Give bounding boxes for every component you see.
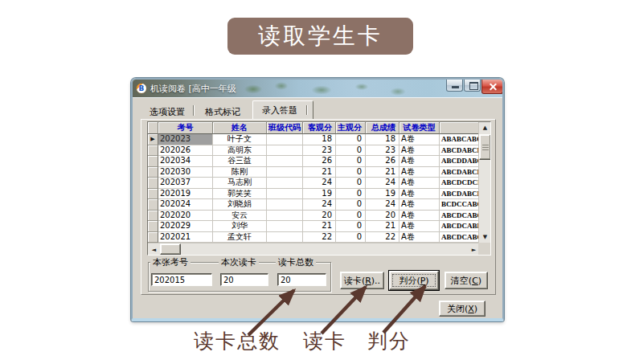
table-row[interactable]: 202029刘华21021A卷ABCDCABBC — [148, 221, 490, 232]
row-selector[interactable] — [148, 145, 158, 157]
table-cell: 24 — [366, 199, 399, 211]
close-icon[interactable] — [481, 80, 502, 94]
tab-divider — [193, 105, 194, 116]
horizontal-scroll-thumb[interactable] — [160, 243, 181, 255]
titlebar[interactable]: B 机读阅卷 [高中一年级 — [133, 80, 502, 97]
table-cell: 18 — [303, 134, 336, 145]
annotation-read-card: 读卡 — [303, 328, 346, 354]
row-selector[interactable] — [148, 156, 158, 167]
table-row[interactable]: 202026高明东23023A卷ABCDABCDA — [148, 145, 490, 157]
row-selector[interactable] — [148, 178, 158, 189]
table-cell: 叶子文 — [213, 134, 267, 145]
button-mnemonic: R — [365, 276, 371, 286]
minimize-button[interactable] — [446, 80, 463, 92]
button-text: ) — [474, 304, 477, 314]
scroll-left-icon[interactable]: ◄ — [148, 243, 160, 256]
cards-this-batch-input[interactable] — [220, 273, 268, 286]
row-selector[interactable] — [148, 232, 158, 243]
tab-enter-answers[interactable]: 录入答题 — [252, 100, 313, 120]
table-cell: 24 — [366, 178, 399, 189]
table-row[interactable]: 202019郭笑笑19019A卷ABCDABCDA — [148, 189, 490, 200]
table-row[interactable]: 202024刘晓娟24024A卷BCDCCABCI — [148, 199, 490, 211]
vertical-scroll-thumb[interactable] — [479, 134, 491, 160]
cards-total-input[interactable] — [277, 273, 326, 286]
table-cell: 安云 — [213, 211, 267, 222]
table-row[interactable]: 202037马志刚24024A卷ABCDCDCBI — [148, 178, 490, 189]
clear-button[interactable]: 清空(C) — [444, 272, 488, 289]
window-title: 机读阅卷 [高中一年级 — [150, 83, 236, 95]
column-header[interactable]: 主观分 — [336, 122, 366, 134]
table-row[interactable]: 202021孟文轩22022A卷ABCDCABCI — [148, 232, 490, 243]
table-cell: 26 — [303, 156, 336, 167]
table-cell: 202026 — [158, 145, 213, 157]
column-header[interactable]: 试卷类型 — [399, 122, 440, 134]
button-text: 关闭( — [447, 303, 468, 315]
table-cell: 23 — [303, 145, 336, 157]
table-row[interactable]: ▶202023叶子文18018A卷ABABCABCI — [148, 134, 490, 145]
table-cell: A卷 — [399, 221, 440, 232]
table-cell: 0 — [336, 232, 366, 243]
table-cell: 0 — [336, 211, 366, 222]
grid-rows: ▶202023叶子文18018A卷ABABCABCI202026高明东23023… — [148, 134, 490, 243]
tab-format-marks[interactable]: 格式标记 — [205, 106, 240, 118]
table-cell: A卷 — [399, 189, 440, 200]
scrollbar-corner — [478, 243, 490, 255]
vertical-scrollbar[interactable]: ▲ ▼ — [478, 122, 490, 243]
dialog-client-area: 选项设置 格式标记 录入答题 考号姓名班级代码客观分主观分总成绩试卷类型 ▶20… — [133, 97, 502, 318]
table-cell: 0 — [336, 145, 366, 157]
student-grid: 考号姓名班级代码客观分主观分总成绩试卷类型 ▶202023叶子文18018A卷A… — [147, 121, 491, 256]
scroll-up-icon[interactable]: ▲ — [479, 122, 491, 133]
table-cell: A卷 — [399, 199, 440, 211]
row-selector[interactable] — [148, 189, 158, 200]
table-cell: 刘晓娟 — [213, 199, 267, 211]
row-selector[interactable]: ▶ — [148, 134, 158, 145]
maximize-button[interactable] — [464, 80, 481, 92]
table-cell: A卷 — [399, 156, 440, 167]
table-row[interactable]: 202034谷三益26026A卷ABCDDABCI — [148, 156, 490, 167]
row-selector[interactable] — [148, 167, 158, 178]
table-cell: 谷三益 — [213, 156, 267, 167]
cards-this-batch-label: 本次读卡 — [219, 256, 259, 268]
tab-option-settings[interactable]: 选项设置 — [150, 106, 185, 118]
table-row[interactable]: 202020安云20020A卷ABCDCABCI — [148, 211, 490, 222]
table-cell: 0 — [336, 189, 366, 200]
table-cell — [267, 232, 303, 243]
row-selector[interactable] — [148, 199, 158, 211]
table-cell: A卷 — [399, 211, 440, 222]
table-cell: 20 — [303, 211, 336, 222]
current-card-no-label: 本张考号 — [150, 256, 190, 268]
table-cell: 21 — [303, 221, 336, 232]
column-header[interactable]: 姓名 — [213, 122, 267, 134]
button-text: ) — [478, 276, 481, 286]
banner-title: 读取学生卡 — [227, 18, 413, 55]
row-selector[interactable] — [148, 211, 158, 222]
table-cell — [267, 199, 303, 211]
table-row[interactable]: 202030陈刚21021A卷ABCDABCDI — [148, 167, 490, 178]
table-cell: 刘华 — [213, 221, 267, 232]
grid-header: 考号姓名班级代码客观分主观分总成绩试卷类型 — [148, 122, 490, 134]
screenshot-canvas: 读取学生卡 B 机读阅卷 [高中一年级 选项设置 格式标记 录入答题 考号姓名班… — [0, 0, 635, 364]
table-cell: A卷 — [399, 145, 440, 157]
horizontal-scrollbar[interactable]: ◄ ► — [148, 243, 480, 255]
table-cell — [267, 189, 303, 200]
column-header[interactable]: 班级代码 — [267, 122, 303, 134]
table-cell: 0 — [336, 167, 366, 178]
column-header[interactable]: 客观分 — [303, 122, 336, 134]
table-cell: 0 — [336, 178, 366, 189]
button-mnemonic: C — [472, 276, 478, 286]
column-header[interactable]: 考号 — [158, 122, 213, 134]
table-cell: 202034 — [158, 156, 213, 167]
table-cell: 202029 — [158, 221, 213, 232]
table-cell: 202024 — [158, 199, 213, 211]
close-dialog-button[interactable]: 关闭(X) — [439, 301, 485, 317]
row-selector[interactable] — [148, 221, 158, 232]
judge-score-button[interactable]: 判分(P) — [389, 271, 439, 290]
tab-divider — [306, 105, 307, 115]
read-card-button[interactable]: 读卡(R).. — [340, 272, 384, 289]
scroll-down-icon[interactable]: ▼ — [479, 231, 491, 243]
button-text: 读卡( — [344, 275, 365, 287]
column-header[interactable]: 总成绩 — [366, 122, 399, 134]
card-info-frame: 本张考号 本次读卡 读卡总数 — [148, 262, 331, 292]
table-cell: 202021 — [158, 232, 213, 243]
current-card-no-input[interactable] — [151, 273, 212, 286]
